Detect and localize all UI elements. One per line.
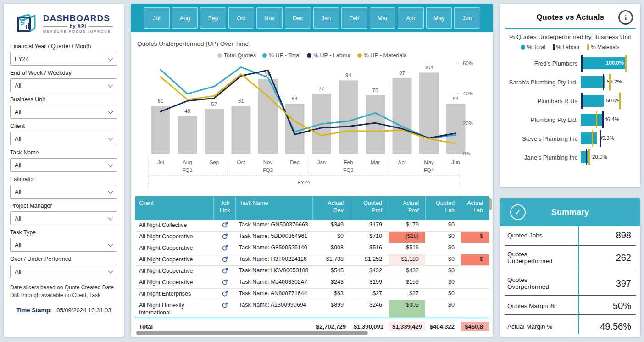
marker-labour[interactable]: [586, 149, 588, 165]
marker-materials[interactable]: [619, 93, 621, 109]
marker-labour[interactable]: [602, 111, 604, 128]
table-row[interactable]: All Night CooperativeTask Name: H3T00224…: [135, 254, 489, 266]
info-icon[interactable]: i: [618, 10, 633, 25]
legend-item-up-labour[interactable]: % UP - Labour: [307, 52, 351, 59]
bar-total-quotes-feb[interactable]: [339, 80, 358, 154]
cell-client: All Night Cooperative: [135, 243, 213, 254]
legend-item-labour[interactable]: % Labour: [553, 44, 580, 50]
legend-item-materials[interactable]: % Materials: [587, 44, 620, 50]
job-link-icon[interactable]: [222, 244, 228, 251]
bullet-bar-total[interactable]: [581, 132, 597, 144]
column-header-quoted-prof[interactable]: Quoted Prof: [350, 196, 389, 220]
column-header-client[interactable]: Client: [135, 196, 213, 220]
column-header-job-link[interactable]: Job Link: [213, 196, 235, 220]
job-link-icon[interactable]: [222, 221, 228, 228]
quarter-label-fq4: FQ4: [424, 167, 434, 173]
table-horizontal-scrollbar[interactable]: [136, 331, 368, 335]
job-link-icon[interactable]: [222, 233, 228, 240]
dropdown-task-name[interactable]: All: [10, 158, 117, 172]
y2-axis-tick: 0%: [463, 151, 471, 156]
table-row[interactable]: All Night CollectiveTask Name: GN5003766…: [135, 220, 489, 232]
bar-total-quotes-jul[interactable]: [151, 106, 170, 154]
job-link-icon[interactable]: [222, 279, 228, 286]
dropdown-over-under-performed[interactable]: All: [10, 265, 117, 278]
cell-actual-lab: [461, 266, 489, 277]
legend-marker: [553, 44, 555, 50]
total-quoted-prof: $1,390,091: [350, 322, 389, 331]
dashboard-page: DASHBOARDS by API MEASURE.FOCUS.IMPROVE.…: [0, 0, 644, 342]
bar-total-quotes-oct[interactable]: [232, 106, 251, 154]
bar-total-quotes-aug[interactable]: [178, 116, 197, 154]
month-button-sep[interactable]: Sep: [200, 7, 226, 29]
month-button-apr[interactable]: Apr: [398, 7, 424, 29]
bullet-bar-total[interactable]: [581, 76, 605, 88]
table-row[interactable]: All Night CooperativeTask Name: 5BD00354…: [135, 232, 489, 243]
marker-labour[interactable]: [581, 93, 583, 109]
dropdown-client[interactable]: All: [10, 132, 117, 145]
x-axis-label-apr: Apr: [398, 160, 406, 165]
marker-materials[interactable]: [625, 55, 627, 72]
filter-label: End of Week / Weekday: [10, 70, 117, 76]
cell-task-name: Task Name: AN800771644: [235, 289, 312, 300]
cell-actual-lab: [461, 243, 489, 254]
legend-item-up-materials[interactable]: % UP - Materials: [357, 52, 407, 59]
table-row[interactable]: All Night CooperativeTask Name: G8500525…: [135, 243, 489, 254]
table-row[interactable]: All Night Honestly InternationalTask Nam…: [135, 300, 489, 318]
month-button-may[interactable]: May: [426, 7, 452, 29]
sidebar: DASHBOARDS by API MEASURE.FOCUS.IMPROVE.…: [4, 4, 124, 337]
month-button-nov[interactable]: Nov: [256, 7, 283, 29]
column-header-actual-rev[interactable]: Actual Rev: [312, 196, 350, 220]
month-button-jan[interactable]: Jan: [313, 7, 339, 29]
marker-materials[interactable]: [592, 130, 594, 147]
legend-item-up-total[interactable]: % UP - Total: [262, 52, 300, 59]
cell-quoted-prof: $516: [350, 243, 389, 254]
marker-materials[interactable]: [588, 149, 590, 165]
month-button-feb[interactable]: Feb: [341, 7, 367, 29]
table-row[interactable]: All Night EnterprisesTask Name: AN800771…: [135, 289, 489, 300]
month-button-aug[interactable]: Aug: [172, 7, 198, 29]
dropdown-value: All: [15, 215, 21, 222]
bar-total-quotes-dec[interactable]: [285, 104, 305, 154]
cell-job-link: [213, 220, 235, 231]
cell-quoted-lab: $0: [425, 220, 461, 231]
summary-table: Quoted Jobs898Quotes Underperformed262Qu…: [505, 226, 636, 336]
month-button-dec[interactable]: Dec: [285, 7, 311, 29]
dropdown-task-type[interactable]: All: [10, 238, 117, 252]
dropdown-estimator[interactable]: All: [10, 185, 117, 199]
month-button-mar[interactable]: Mar: [370, 7, 396, 29]
legend-item-total-quotes[interactable]: Total Quotes: [217, 52, 256, 59]
bullet-bar-total[interactable]: [581, 95, 604, 107]
job-link-icon[interactable]: [222, 290, 228, 297]
cell-quoted-lab: $0: [425, 254, 461, 265]
bullet-track: 20.0%: [581, 148, 627, 167]
column-header-actual-lab[interactable]: Actual Lab: [461, 196, 489, 220]
job-link-icon[interactable]: [222, 256, 228, 263]
cell-task-name: Task Name: A1300990694: [235, 300, 312, 317]
column-header-task-name[interactable]: Task Name: [235, 196, 312, 220]
summary-divider-line: [578, 226, 579, 334]
dropdown-project-manager[interactable]: All: [10, 211, 117, 225]
table-row[interactable]: All Night CooperativeTask Name: HCV00053…: [135, 266, 489, 277]
job-link-icon[interactable]: [222, 267, 228, 274]
dropdown-financial-year-quarter-month[interactable]: FY24: [10, 52, 117, 66]
dropdown-end-of-week-weekday[interactable]: All: [10, 78, 117, 92]
dropdown-business-unit[interactable]: All: [10, 105, 117, 119]
marker-labour[interactable]: [581, 55, 583, 72]
marker-materials[interactable]: [609, 74, 611, 90]
bar-total-quotes-jun[interactable]: [446, 104, 466, 154]
bullet-bar-total[interactable]: [581, 114, 602, 126]
bar-total-quotes-apr[interactable]: [393, 78, 412, 154]
month-button-jul[interactable]: Jul: [144, 7, 170, 29]
month-button-oct[interactable]: Oct: [228, 7, 255, 29]
bar-total-quotes-sep[interactable]: [205, 109, 224, 154]
marker-labour[interactable]: [603, 74, 605, 90]
marker-materials[interactable]: [596, 111, 598, 128]
column-header-quoted-lab[interactable]: Quoted Lab: [425, 196, 461, 220]
column-header-actual-prof[interactable]: Actual Prof: [389, 196, 425, 220]
job-link-icon[interactable]: [222, 302, 228, 309]
legend-item-total[interactable]: % Total: [521, 44, 545, 50]
table-vertical-scrollbar[interactable]: [489, 198, 492, 210]
month-button-jun[interactable]: Jun: [454, 7, 480, 29]
bar-total-quotes-may[interactable]: [419, 72, 439, 154]
table-row[interactable]: All Night CooperativeTask Name: MJ400330…: [135, 277, 489, 289]
